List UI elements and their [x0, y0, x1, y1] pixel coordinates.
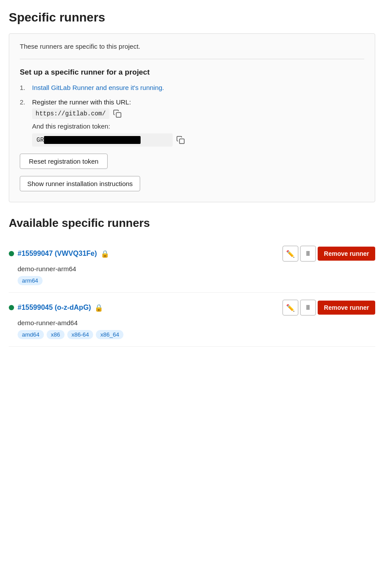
runner-item: #15599045 (o-z-dApG) 🔒 ✏️ ⏸ Remove runne…	[9, 293, 375, 347]
token-prefix: GR	[36, 136, 44, 143]
step-1: 1. Install GitLab Runner and ensure it's…	[20, 84, 364, 91]
svg-rect-0	[116, 113, 121, 118]
runner-header: #15599047 (VWVQ31Fe) 🔒 ✏️ ⏸ Remove runne…	[9, 246, 375, 262]
token-display: GR	[32, 133, 173, 147]
status-dot-active	[9, 305, 14, 310]
tag-x86: x86	[47, 330, 65, 339]
step-1-content: Install GitLab Runner and ensure it's ru…	[32, 84, 364, 91]
install-runner-link[interactable]: Install GitLab Runner and ensure it's ru…	[32, 84, 164, 91]
lock-icon: 🔒	[101, 250, 109, 258]
url-value: https://gitlab.com/	[32, 108, 109, 119]
remove-runner-2-button[interactable]: Remove runner	[318, 301, 375, 315]
step-2-content: Register the runner with this URL: https…	[32, 98, 364, 147]
show-instructions-button[interactable]: Show runner installation instructions	[20, 176, 140, 191]
token-label: And this registration token:	[32, 122, 364, 130]
page-title: Specific runners	[9, 11, 375, 25]
runner-2-name: demo-runner-amd64	[18, 319, 375, 326]
runners-list: #15599047 (VWVQ31Fe) 🔒 ✏️ ⏸ Remove runne…	[9, 239, 375, 347]
specific-runners-section: These runners are specific to this proje…	[9, 33, 375, 202]
divider	[20, 59, 364, 59]
status-dot-active	[9, 251, 14, 256]
runner-id-area: #15599045 (o-z-dApG) 🔒	[9, 304, 103, 312]
runner-2-actions: ✏️ ⏸ Remove runner	[283, 300, 375, 316]
runner-2-link[interactable]: #15599045 (o-z-dApG)	[18, 304, 91, 312]
token-section: And this registration token: GR	[32, 122, 364, 147]
runner-1-tags: arm64	[18, 276, 375, 285]
tag-x86-64: x86-64	[67, 330, 94, 339]
reset-token-button[interactable]: Reset registration token	[20, 154, 108, 169]
copy-token-icon[interactable]	[176, 136, 185, 144]
copy-url-icon[interactable]	[113, 109, 122, 118]
runner-item: #15599047 (VWVQ31Fe) 🔒 ✏️ ⏸ Remove runne…	[9, 239, 375, 293]
available-runners-title: Available specific runners	[9, 216, 375, 230]
setup-steps: 1. Install GitLab Runner and ensure it's…	[20, 84, 364, 147]
svg-rect-1	[180, 139, 185, 144]
url-row: https://gitlab.com/	[32, 108, 364, 119]
step-2-number: 2.	[20, 98, 32, 106]
tag-x86_64: x86_64	[96, 330, 123, 339]
remove-runner-1-button[interactable]: Remove runner	[318, 247, 375, 261]
runner-header: #15599045 (o-z-dApG) 🔒 ✏️ ⏸ Remove runne…	[9, 300, 375, 316]
step-2-label: Register the runner with this URL:	[32, 98, 131, 106]
setup-title: Set up a specific runner for a project	[20, 68, 364, 77]
pause-runner-2-button[interactable]: ⏸	[300, 300, 316, 316]
tag-arm64: arm64	[18, 276, 43, 285]
runner-id-area: #15599047 (VWVQ31Fe) 🔒	[9, 250, 109, 258]
token-row: GR	[32, 133, 364, 147]
edit-runner-1-button[interactable]: ✏️	[283, 246, 298, 262]
step-1-number: 1.	[20, 84, 32, 91]
runner-2-tags: amd64 x86 x86-64 x86_64	[18, 330, 375, 339]
runner-1-name: demo-runner-arm64	[18, 265, 375, 272]
pause-runner-1-button[interactable]: ⏸	[300, 246, 316, 262]
step-2: 2. Register the runner with this URL: ht…	[20, 98, 364, 147]
runner-1-link[interactable]: #15599047 (VWVQ31Fe)	[18, 250, 97, 258]
info-text: These runners are specific to this proje…	[20, 43, 364, 50]
runner-1-actions: ✏️ ⏸ Remove runner	[283, 246, 375, 262]
token-masked	[44, 136, 141, 144]
lock-icon: 🔒	[94, 304, 103, 312]
edit-runner-2-button[interactable]: ✏️	[283, 300, 298, 316]
tag-amd64: amd64	[18, 330, 44, 339]
